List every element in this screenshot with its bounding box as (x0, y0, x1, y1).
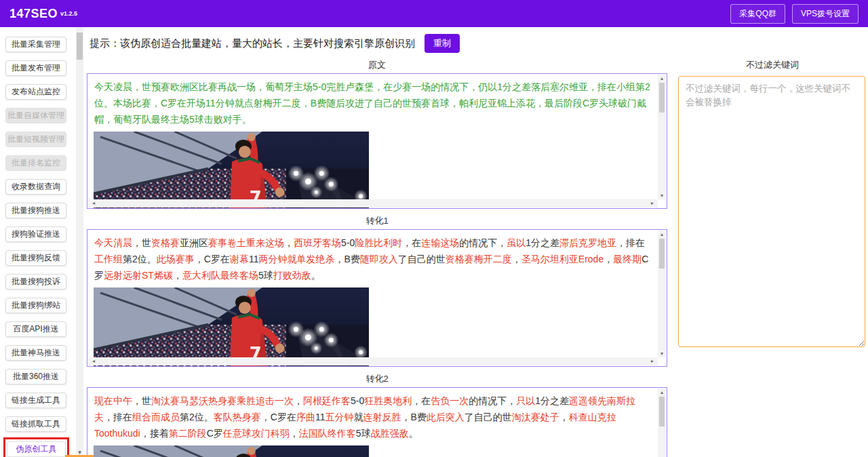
sidebar-scrollbar-thumb[interactable] (77, 33, 83, 60)
text-segment: ， (290, 428, 299, 439)
sidebar-item-18[interactable]: 伪原创工具 (7, 441, 66, 457)
scroll-up-icon[interactable]: ▴ (658, 231, 666, 237)
sidebar-item-7[interactable]: 收录数据查询 (5, 179, 66, 195)
brand-version: v1.2.5 (60, 10, 77, 17)
sidebar-item-6: 批量排名监控 (5, 155, 66, 171)
changed-text-segment: 谢幕 (230, 254, 249, 264)
text-segment: 的情况下， (469, 395, 516, 406)
panel-title-original: 原文 (87, 59, 667, 71)
player-celebration-stadium-photo (94, 445, 369, 457)
scrollbar-thumb[interactable] (659, 397, 665, 426)
sidebar-item-10[interactable]: 批量搜狗反馈 (5, 250, 66, 266)
sidebar-item-2[interactable]: 批量发布管理 (5, 60, 66, 76)
changed-text-segment: 任意球攻门科弱 (223, 428, 290, 439)
sidebar-item-12[interactable]: 批量搜狗绑站 (5, 298, 66, 313)
text-segment: C罗 (207, 428, 223, 439)
no-filter-keywords-input[interactable] (678, 76, 865, 347)
sidebar-item-1[interactable]: 批量采集管理 (5, 37, 66, 52)
text-segment: 第2位。 (123, 254, 157, 264)
text-segment: 。 (409, 428, 418, 439)
sidebar-selected-highlight: 伪原创工具 (3, 437, 69, 457)
player-celebration-stadium-photo (94, 287, 369, 367)
original-text-panel: 今天凌晨，世预赛欧洲区比赛再战一场，葡萄牙主场5-0完胜卢森堡，在少赛一场的情况… (87, 73, 667, 209)
hint-text: 提示：该伪原创适合批量建站，量大的站长，主要针对搜索引擎原创识别 (90, 37, 415, 50)
sidebar: 批量采集管理批量发布管理发布站点监控批量自媒体管理批量短视频管理批量排名监控收录… (0, 27, 86, 457)
scroll-right-icon[interactable]: ▸ (648, 200, 656, 206)
text-segment: 就 (353, 412, 363, 422)
scroll-up-icon[interactable]: ▴ (658, 389, 666, 395)
text-segment: ， (294, 395, 303, 406)
text-segment: ，接着 (140, 428, 169, 439)
text-segment: ，C罗在 (261, 412, 296, 422)
changed-text-segment: 组合而成员 (132, 412, 180, 422)
brand-logo: 147SEO (9, 7, 58, 21)
sidebar-item-8[interactable]: 批量搜狗推送 (5, 203, 66, 218)
sidebar-item-9[interactable]: 搜狗验证推送 (5, 226, 66, 242)
sidebar-item-5: 批量短视频管理 (5, 132, 66, 147)
changed-text-segment: 告负一次 (431, 395, 469, 406)
changed-text-segment: 此场赛事 (157, 254, 195, 264)
sidebar-item-3[interactable]: 发布站点监控 (5, 84, 66, 100)
text-segment: 1分之差 (535, 395, 569, 406)
text-segment: 5球 (356, 428, 371, 439)
panel-title-conversion1: 转化1 (87, 215, 667, 227)
changed-text-segment: 随即攻入 (360, 254, 398, 264)
changed-text-segment: 西班牙客场 (294, 237, 341, 248)
changed-text-segment: 第二阶段 (169, 428, 207, 439)
changed-text-segment: 最终期 (613, 254, 642, 264)
scroll-left-icon[interactable]: ◂ (90, 358, 98, 364)
rebuild-button[interactable]: 重制 (425, 34, 460, 53)
text-segment: ， (284, 237, 294, 248)
sidebar-scrollbar[interactable]: ▾ (76, 27, 83, 457)
panel-horizontal-scrollbar[interactable]: ◂ ▸ (88, 199, 658, 207)
text-segment: ，排在 (104, 412, 132, 422)
changed-text-segment: 狂胜奥地利 (364, 395, 412, 406)
sidebar-item-16[interactable]: 链接生成工具 (5, 393, 66, 408)
panel-vertical-scrollbar[interactable]: ▴ ▾ (658, 75, 666, 199)
panel-vertical-scrollbar[interactable]: ▴ ▾ (658, 389, 666, 457)
sidebar-item-14[interactable]: 批量神马推送 (5, 345, 66, 361)
scroll-left-icon[interactable]: ◂ (90, 200, 98, 206)
text-segment: 了自己的世 (465, 412, 512, 422)
text-segment: ，在 (412, 395, 431, 406)
text-segment: ， (604, 254, 613, 264)
changed-text-segment: 两分钟就单发绝杀 (258, 254, 334, 264)
changed-text-segment: 只以 (516, 395, 535, 406)
app-window: 147SEO v1.2.5 采集QQ群 VPS拨号设置 批量采集管理批量发布管理… (0, 0, 868, 457)
changed-text-segment: 淘汰赛马瑟沃热身赛乘胜追击一次 (151, 395, 294, 406)
header-bar: 147SEO v1.2.5 采集QQ群 VPS拨号设置 (0, 0, 868, 27)
text-segment: 的情况下， (459, 237, 507, 248)
sidebar-item-13[interactable]: 百度API推送 (5, 321, 66, 337)
scrollbar-thumb[interactable] (659, 83, 665, 113)
changed-text-segment: 资格赛 (151, 237, 180, 248)
scrollbar-thumb[interactable] (659, 239, 665, 269)
scroll-up-icon[interactable]: ▴ (658, 75, 666, 81)
original-paragraph: 今天凌晨，世预赛欧洲区比赛再战一场，葡萄牙主场5-0完胜卢森堡，在少赛一场的情况… (87, 74, 658, 129)
changed-text-segment: 序曲 (296, 412, 315, 422)
sidebar-item-11[interactable]: 批量搜狗投诉 (5, 274, 66, 290)
panel-horizontal-scrollbar[interactable]: ◂ ▸ (88, 357, 658, 365)
text-segment: 1分之差 (526, 237, 559, 248)
conversion1-paragraph: 今天清晨，世资格赛亚洲区赛事卷土重来这场，西班牙客场5-0险胜比利时，在连输这场… (87, 230, 658, 285)
sidebar-item-4: 批量自媒体管理 (5, 108, 66, 123)
scroll-down-icon[interactable]: ▾ (658, 193, 666, 199)
scroll-down-icon[interactable]: ▾ (658, 351, 666, 357)
changed-text-segment: 五分钟 (325, 412, 353, 422)
changed-text-segment: 远射远射ST烯碳 (104, 270, 173, 281)
scroll-right-icon[interactable]: ▸ (648, 358, 656, 364)
panel-vertical-scrollbar[interactable]: ▴ ▾ (658, 231, 666, 357)
text-segment: 5-0 (341, 237, 355, 248)
text-segment: 第2位。 (180, 412, 214, 422)
conversion1-panel: 今天清晨，世资格赛亚洲区赛事卷土重来这场，西班牙客场5-0险胜比利时，在连输这场… (87, 229, 667, 367)
collect-qq-group-button[interactable]: 采集QQ群 (730, 4, 785, 24)
text-segment: ，B费 (401, 412, 426, 422)
sidebar-item-15[interactable]: 批量360推送 (5, 369, 66, 384)
text-segment: ， (559, 412, 569, 422)
changed-text-segment: 今天清晨 (94, 237, 132, 248)
vps-dial-settings-button[interactable]: VPS拨号设置 (792, 4, 859, 24)
changed-text-segment: 战胜强敌 (371, 428, 409, 439)
changed-text-segment: 法国队终作客 (299, 428, 356, 439)
text-segment: 11 (249, 254, 259, 264)
changed-text-segment: 打败劲敌 (273, 270, 311, 281)
sidebar-item-17[interactable]: 链接抓取工具 (5, 416, 66, 432)
